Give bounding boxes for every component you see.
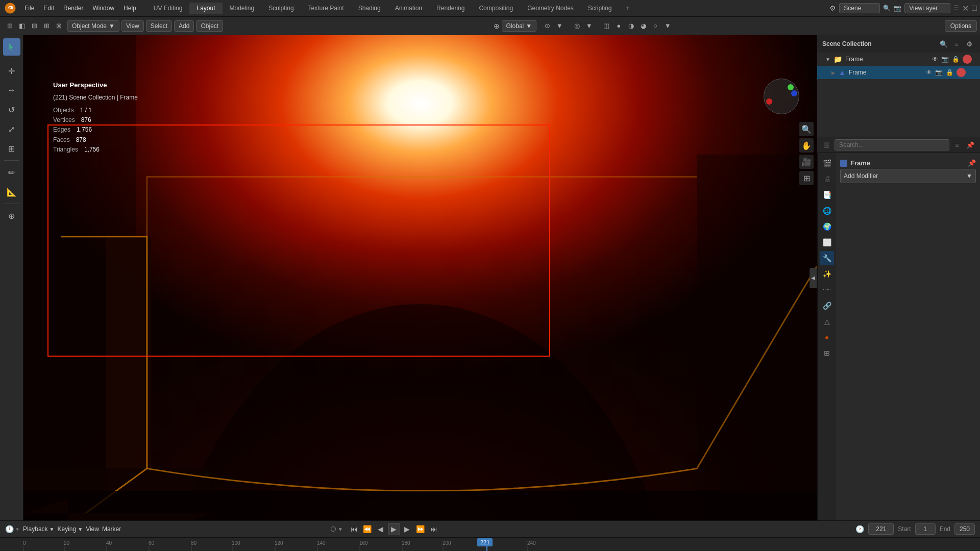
tool-move[interactable]: ↔	[3, 82, 20, 99]
mode-icon-2[interactable]: ◧	[16, 20, 28, 32]
prop-object-icon[interactable]: ⬜	[820, 235, 834, 249]
pin-icon[interactable]: 📌	[968, 159, 976, 167]
props-nav-icon[interactable]: ☰	[821, 139, 832, 151]
menu-file[interactable]: File	[20, 3, 38, 14]
prop-view-icon[interactable]: 📑	[820, 188, 834, 202]
outliner-camera-icon[interactable]: 📷	[941, 56, 949, 63]
options-button[interactable]: Options	[945, 20, 977, 32]
snap-icon[interactable]: ⊙	[542, 20, 553, 32]
tool-scale[interactable]: ⤢	[3, 120, 20, 138]
object-mode-dropdown[interactable]: Object Mode ▼	[67, 20, 119, 32]
add-modifier-button[interactable]: Add Modifier ▼	[840, 169, 976, 183]
step-back-btn[interactable]: ◀	[375, 523, 387, 535]
object-menu[interactable]: Object	[196, 20, 223, 32]
gizmo-circle[interactable]	[764, 79, 799, 114]
tool-measure[interactable]: 📐	[3, 183, 20, 201]
prop-physics-icon[interactable]: 〰	[820, 283, 834, 297]
tool-annotate[interactable]: ✏	[3, 164, 20, 181]
end-frame-value[interactable]: 250	[954, 523, 975, 535]
mesh-lock-icon[interactable]: 🔒	[946, 69, 953, 76]
keying-dropdown[interactable]: Keying ▼	[58, 525, 83, 533]
camera-view-icon[interactable]: 🎥	[799, 155, 814, 169]
playback-dropdown[interactable]: Playback ▼	[23, 525, 55, 533]
view-dropdown[interactable]: View	[86, 525, 99, 533]
tab-animation[interactable]: Animation	[388, 3, 429, 14]
prop-scene-icon[interactable]: 🌐	[820, 204, 834, 218]
outliner-collection-frame[interactable]: ▼ 📁 Frame 👁 📷 🔒	[817, 53, 980, 66]
tab-layout[interactable]: Layout	[189, 3, 222, 14]
outliner-filter-icon[interactable]: 🔍	[938, 38, 949, 49]
view-menu[interactable]: View	[121, 20, 144, 32]
view-layer-selector[interactable]	[904, 3, 950, 13]
pan-icon[interactable]: ✋	[799, 138, 814, 153]
prop-shaderfx-icon[interactable]: ⊞	[820, 346, 834, 360]
menu-edit[interactable]: Edit	[39, 3, 58, 14]
start-frame-value[interactable]: 1	[915, 523, 936, 535]
timeline-ruler[interactable]: 0 20 40 60 80 100 120 140 160 180 200 24…	[0, 538, 980, 551]
tab-compositing[interactable]: Compositing	[472, 3, 520, 14]
select-menu[interactable]: Select	[146, 20, 172, 32]
mode-icon-5[interactable]: ⊠	[53, 20, 64, 32]
mode-icon-4[interactable]: ⊞	[41, 20, 52, 32]
tab-shading[interactable]: Shading	[351, 3, 388, 14]
viewport-shade-4[interactable]: ○	[650, 20, 661, 32]
viewport-shade-1[interactable]: ●	[613, 20, 624, 32]
step-forward-btn[interactable]: ▶	[401, 523, 413, 535]
viewport-shade-arrow[interactable]: ▼	[662, 20, 673, 32]
outliner-sort-icon[interactable]: ≡	[951, 38, 962, 49]
current-frame-display[interactable]: 221	[868, 523, 894, 535]
marker-dropdown[interactable]: Marker	[102, 525, 121, 533]
menu-help[interactable]: Help	[119, 3, 140, 14]
tab-texture-paint[interactable]: Texture Paint	[301, 3, 351, 14]
outliner-settings-icon[interactable]: ⚙	[964, 38, 975, 49]
jump-end-btn[interactable]: ⏭	[428, 523, 440, 535]
app-logo[interactable]	[3, 1, 17, 15]
prop-output-icon[interactable]: 🖨	[820, 172, 834, 186]
props-pin-icon[interactable]: 📌	[965, 139, 976, 151]
outliner-mesh-frame[interactable]: ▶ ▲ Frame 👁 📷 🔒	[817, 66, 980, 79]
tab-scripting[interactable]: Scripting	[581, 3, 619, 14]
close-icon[interactable]: ✕	[962, 4, 969, 13]
proportional-arrow[interactable]: ▼	[583, 20, 595, 32]
properties-search[interactable]	[835, 139, 949, 151]
tool-transform[interactable]: ⊞	[3, 140, 20, 157]
maximize-icon[interactable]: □	[972, 4, 977, 13]
tab-geometry-nodes[interactable]: Geometry Nodes	[520, 3, 581, 14]
tab-modeling[interactable]: Modeling	[223, 3, 262, 14]
prop-material-icon[interactable]: ●	[820, 330, 834, 344]
tab-rendering[interactable]: Rendering	[429, 3, 472, 14]
prop-data-icon[interactable]: △	[820, 314, 834, 329]
ortho-view-icon[interactable]: ⊞	[799, 171, 814, 185]
prev-keyframe-btn[interactable]: ⏪	[361, 523, 374, 535]
tab-uv-editing[interactable]: UV Editing	[146, 3, 190, 14]
tab-sculpting[interactable]: Sculpting	[261, 3, 301, 14]
proportional-icon[interactable]: ◎	[571, 20, 582, 32]
prop-world-icon[interactable]: 🌍	[820, 219, 834, 234]
viewport[interactable]: User Perspective (221) Scene Collection …	[23, 35, 817, 520]
mode-icon-3[interactable]: ⊟	[29, 20, 40, 32]
add-menu[interactable]: Add	[174, 20, 194, 32]
snap-toggle[interactable]: ▼	[554, 20, 565, 32]
menu-window[interactable]: Window	[88, 3, 118, 14]
props-filter-icon[interactable]: ≡	[951, 139, 963, 151]
viewport-shade-2[interactable]: ◑	[625, 20, 636, 32]
zoom-in-icon[interactable]: 🔍	[799, 122, 814, 136]
tool-select[interactable]	[3, 38, 20, 56]
prop-modifier-icon[interactable]: 🔧	[820, 251, 834, 265]
tool-rotate[interactable]: ↺	[3, 101, 20, 118]
xray-icon[interactable]: ◫	[601, 20, 612, 32]
viewport-gizmo[interactable]	[764, 79, 804, 119]
outliner-lock-icon[interactable]: 🔒	[952, 56, 960, 63]
viewport-shade-3[interactable]: ◕	[638, 20, 649, 32]
scene-selector[interactable]	[839, 3, 880, 13]
next-keyframe-btn[interactable]: ⏩	[414, 523, 427, 535]
outliner-eye-icon[interactable]: 👁	[932, 56, 938, 63]
panel-collapse-arrow[interactable]: ◀	[810, 268, 817, 288]
tab-add[interactable]: +	[619, 3, 637, 14]
tool-add[interactable]: ⊕	[3, 207, 20, 224]
prop-render-icon[interactable]: 🎬	[820, 156, 834, 170]
mode-icon-1[interactable]: ⊞	[4, 20, 15, 32]
prop-particles-icon[interactable]: ✨	[820, 267, 834, 281]
mesh-camera-icon[interactable]: 📷	[935, 69, 943, 76]
tool-cursor[interactable]: ✛	[3, 62, 20, 80]
